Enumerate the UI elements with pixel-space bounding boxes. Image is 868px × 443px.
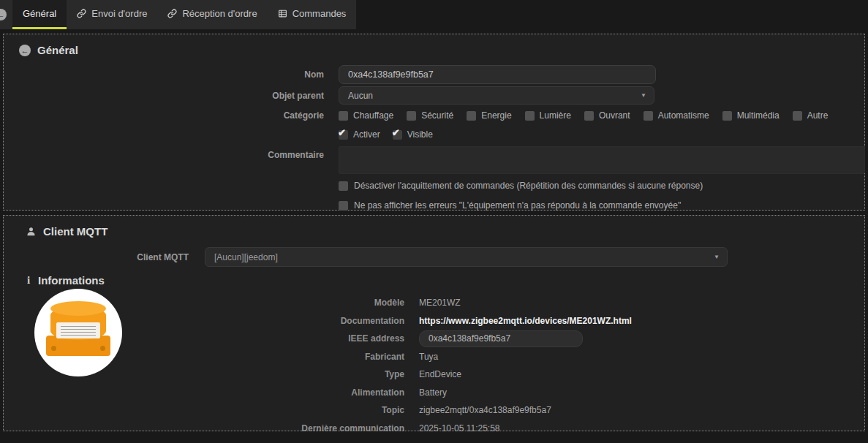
category-item: Autre [793,110,829,121]
back-icon[interactable]: ← [0,9,7,20]
informations-area: Modèle ME201WZ Documentation https://www… [4,294,864,437]
back-icon[interactable]: ← [19,45,31,56]
chevron-down-icon: ▼ [714,254,720,260]
info-value: ME201WZ [419,298,461,308]
category-label: Sécurité [421,110,453,121]
person-icon [26,226,37,237]
section-title: Général [37,44,78,56]
client-mqtt-row: Client MQTT [Aucun][jeedom] ▼ [4,247,864,267]
category-item: Multimédia [722,110,780,121]
chevron-down-icon: ▼ [641,92,646,99]
informations-section-header: i Informations [26,274,864,287]
info-value: Tuya [419,352,438,362]
category-label: Autre [807,110,829,121]
info-value: Battery [419,387,447,398]
device-cylinder-top [50,301,106,316]
select-value: [Aucun][jeedom] [214,252,278,262]
visible-item: ✔ Visible [393,129,433,140]
documentation-link[interactable]: https://www.zigbee2mqtt.io/devices/ME201… [419,316,632,326]
category-checkbox[interactable] [467,111,476,121]
info-row-alimentation: Alimentation Battery [4,384,864,402]
tab-general[interactable]: Général [12,0,67,29]
activer-item: ✔ Activer [339,129,380,140]
category-checkbox[interactable] [339,111,348,121]
category-label: Ouvrant [599,110,630,121]
category-label: Energie [481,110,511,121]
mqtt-informations-panel: Client MQTT Client MQTT [Aucun][jeedom] … [3,215,865,431]
section-title: Informations [38,274,105,287]
category-label: Chauffage [353,110,393,121]
table-icon [278,9,287,18]
info-row-ieee: IEEE address [4,330,864,348]
commentaire-label: Commentaire [4,146,339,160]
visible-checkbox[interactable]: ✔ [393,130,402,140]
category-checkbox[interactable] [644,111,653,121]
category-item: Sécurité [407,110,453,121]
tab-label: Général [23,8,56,19]
general-form: Nom Objet parent Aucun ▼ Catégorie Chauf… [4,65,864,211]
client-mqtt-select[interactable]: [Aucun][jeedom] ▼ [205,247,728,267]
tab-envoi-ordre[interactable]: Envoi d'ordre [67,0,157,29]
acquittement-checkbox[interactable] [339,181,348,191]
objet-parent-label: Objet parent [4,91,339,101]
section-title: Client MQTT [43,225,107,238]
category-checkbox[interactable] [793,111,802,121]
visible-label: Visible [407,129,433,140]
objet-parent-select[interactable]: Aucun ▼ [339,86,654,105]
ieee-address-input[interactable] [419,330,583,347]
tab-bar: ← Général Envoi d'ordre Réception d'ordr… [0,0,868,29]
info-row-fabricant: Fabricant Tuya [4,348,864,366]
tab-commandes[interactable]: Commandes [268,0,357,29]
erreurs-checkbox[interactable] [339,201,348,211]
device-label-sticker [56,322,100,338]
category-label: Multimédia [737,110,780,121]
link-icon [77,9,86,18]
info-value: EndDevice [419,369,461,379]
info-value: zigbee2mqtt/0xa4c138af9e9fb5a7 [419,405,551,415]
info-row-modele: Modèle ME201WZ [4,294,864,312]
category-checkbox[interactable] [584,111,594,121]
tab-reception-ordre[interactable]: Réception d'ordre [157,0,267,29]
toggles-row: ✔ Activer ✔ Visible [4,126,864,143]
category-checkbox[interactable] [525,111,535,121]
category-item: Lumière [525,110,571,121]
category-group: Chauffage Sécurité Energie Lumière Ouvra… [339,107,828,124]
info-row-derniere-communication: Dernière communication 2025-10-05 11:25:… [4,420,864,438]
commentaire-row: Commentaire [4,146,864,174]
category-item: Automatisme [644,110,709,121]
general-section-header: ← Général [19,44,864,56]
info-label: Alimentation [4,387,419,398]
nom-input[interactable] [339,65,656,84]
info-icon: i [26,274,31,287]
option-row-acquittement: Désactiver l'acquittement de commandes (… [339,180,864,192]
general-panel: ← Général Nom Objet parent Aucun ▼ Catég… [3,34,865,211]
check-icon: ✔ [392,127,400,138]
client-mqtt-label: Client MQTT [4,252,205,262]
select-value: Aucun [348,91,373,101]
tab-label: Envoi d'ordre [91,8,147,19]
toggle-group: ✔ Activer ✔ Visible [339,126,433,143]
info-label: Dernière communication [4,423,419,433]
link-icon [167,9,177,18]
tab-strip: ← Général Envoi d'ordre Réception d'ordr… [0,0,356,29]
option-row-erreurs: Ne pas afficher les erreurs "L'équipemen… [339,200,864,211]
category-item: Chauffage [339,110,393,121]
info-row-documentation: Documentation https://www.zigbee2mqtt.io… [4,312,864,330]
option-label: Désactiver l'acquittement de commandes (… [354,181,703,191]
objet-parent-row: Objet parent Aucun ▼ [4,86,864,105]
categorie-label: Catégorie [4,110,339,121]
activer-label: Activer [353,129,380,140]
category-checkbox[interactable] [722,111,732,121]
category-item: Energie [467,110,511,121]
categorie-row: Catégorie Chauffage Sécurité Energie Lum… [4,107,864,124]
info-label: Topic [4,405,419,415]
nom-row: Nom [4,65,864,84]
mqtt-section-header: Client MQTT [26,225,864,238]
commentaire-textarea[interactable] [339,146,865,174]
tab-label: Commandes [293,8,347,19]
category-checkbox[interactable] [407,111,416,121]
category-label: Lumière [540,110,571,121]
category-item: Ouvrant [584,110,630,121]
activer-checkbox[interactable]: ✔ [339,130,348,140]
info-row-topic: Topic zigbee2mqtt/0xa4c138af9e9fb5a7 [4,401,864,420]
